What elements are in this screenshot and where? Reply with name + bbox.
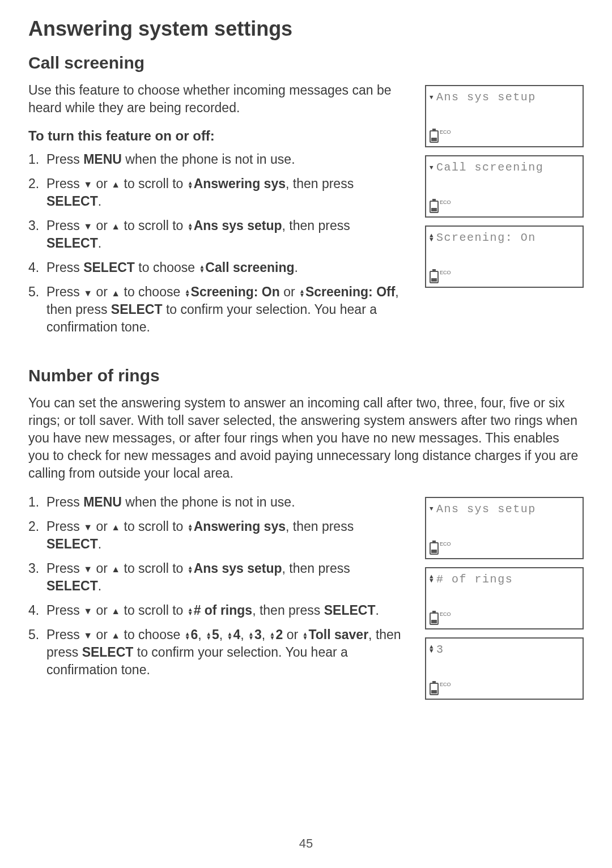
up-arrow-icon: ▲ xyxy=(111,287,120,300)
lcd-stack-number-of-rings: ▼Ans sys setup ECO ▲▼# of rings ECO ▲▼3 … xyxy=(425,497,584,700)
step-1: Press MENU when the phone is not in use. xyxy=(28,151,408,168)
call-screening-steps: Press MENU when the phone is not in use.… xyxy=(28,151,408,336)
updown-icon: ▲▼ xyxy=(270,632,275,640)
battery-icon xyxy=(430,201,439,213)
eco-icon: ECO xyxy=(440,270,451,275)
updown-icon: ▲▼ xyxy=(206,632,211,640)
number-of-rings-steps: Press MENU when the phone is not in use.… xyxy=(28,493,408,679)
updown-icon: ▲▼ xyxy=(185,632,190,640)
number-of-rings-intro: You can set the answering system to answ… xyxy=(28,394,584,482)
up-arrow-icon: ▲ xyxy=(111,178,120,191)
step-4: Press SELECT to choose ▲▼Call screening. xyxy=(28,259,408,276)
eco-icon: ECO xyxy=(440,611,451,617)
down-arrow-icon: ▼ xyxy=(83,178,92,191)
step-2: Press ▼ or ▲ to scroll to ▲▼Answering sy… xyxy=(28,175,408,210)
call-screening-sub: To turn this feature on or off: xyxy=(28,128,408,144)
updown-icon: ▲▼ xyxy=(248,632,254,640)
eco-icon: ECO xyxy=(440,199,451,205)
updown-icon: ▲▼ xyxy=(227,632,233,640)
down-arrow-icon: ▼ xyxy=(83,521,92,534)
lcd-ans-sys-setup: ▼Ans sys setup ECO xyxy=(425,497,584,559)
up-arrow-icon: ▲ xyxy=(111,629,120,642)
updown-icon: ▲▼ xyxy=(430,234,434,242)
updown-icon: ▲▼ xyxy=(430,575,434,583)
battery-icon xyxy=(430,683,439,695)
up-arrow-icon: ▲ xyxy=(111,605,120,618)
battery-icon xyxy=(430,542,439,555)
down-arrow-icon: ▼ xyxy=(430,505,434,512)
call-screening-intro: Use this feature to choose whether incom… xyxy=(28,82,408,117)
updown-icon: ▲▼ xyxy=(299,289,305,297)
page-title: Answering system settings xyxy=(28,17,584,41)
section-heading-call-screening: Call screening xyxy=(28,53,584,73)
lcd-rings-value: ▲▼3 ECO xyxy=(425,637,584,700)
updown-icon: ▲▼ xyxy=(188,524,193,531)
battery-icon xyxy=(430,612,439,625)
eco-icon: ECO xyxy=(440,541,451,547)
down-arrow-icon: ▼ xyxy=(430,94,434,101)
lcd-num-rings: ▲▼# of rings ECO xyxy=(425,567,584,629)
lcd-screening-on: ▲▼Screening: On ECO xyxy=(425,225,584,288)
down-arrow-icon: ▼ xyxy=(83,629,92,642)
lcd-call-screening: ▼Call screening ECO xyxy=(425,155,584,218)
updown-icon: ▲▼ xyxy=(188,181,193,189)
up-arrow-icon: ▲ xyxy=(111,220,120,233)
updown-icon: ▲▼ xyxy=(185,289,190,297)
step-5: Press ▼ or ▲ to choose ▲▼6, ▲▼5, ▲▼4, ▲▼… xyxy=(28,626,408,679)
lcd-stack-call-screening: ▼Ans sys setup ECO ▼Call screening ECO ▲… xyxy=(425,85,584,343)
down-arrow-icon: ▼ xyxy=(430,164,434,171)
down-arrow-icon: ▼ xyxy=(83,287,92,300)
updown-icon: ▲▼ xyxy=(188,607,193,615)
up-arrow-icon: ▲ xyxy=(111,563,120,576)
up-arrow-icon: ▲ xyxy=(111,521,120,534)
lcd-ans-sys-setup: ▼Ans sys setup ECO xyxy=(425,85,584,147)
updown-icon: ▲▼ xyxy=(430,645,434,653)
battery-icon xyxy=(430,130,439,143)
eco-icon: ECO xyxy=(440,682,451,687)
updown-icon: ▲▼ xyxy=(303,632,308,640)
step-4: Press ▼ or ▲ to scroll to ▲▼# of rings, … xyxy=(28,602,408,619)
battery-icon xyxy=(430,271,439,283)
step-2: Press ▼ or ▲ to scroll to ▲▼Answering sy… xyxy=(28,518,408,553)
step-3: Press ▼ or ▲ to scroll to ▲▼Ans sys setu… xyxy=(28,217,408,252)
section-heading-number-of-rings: Number of rings xyxy=(28,366,584,385)
eco-icon: ECO xyxy=(440,129,451,135)
page-number: 45 xyxy=(0,836,612,851)
down-arrow-icon: ▼ xyxy=(83,220,92,233)
step-1: Press MENU when the phone is not in use. xyxy=(28,493,408,511)
down-arrow-icon: ▼ xyxy=(83,563,92,576)
updown-icon: ▲▼ xyxy=(199,265,205,273)
step-3: Press ▼ or ▲ to scroll to ▲▼Ans sys setu… xyxy=(28,560,408,595)
step-5: Press ▼ or ▲ to choose ▲▼Screening: On o… xyxy=(28,283,408,336)
updown-icon: ▲▼ xyxy=(188,565,193,573)
updown-icon: ▲▼ xyxy=(188,223,193,231)
down-arrow-icon: ▼ xyxy=(83,605,92,618)
